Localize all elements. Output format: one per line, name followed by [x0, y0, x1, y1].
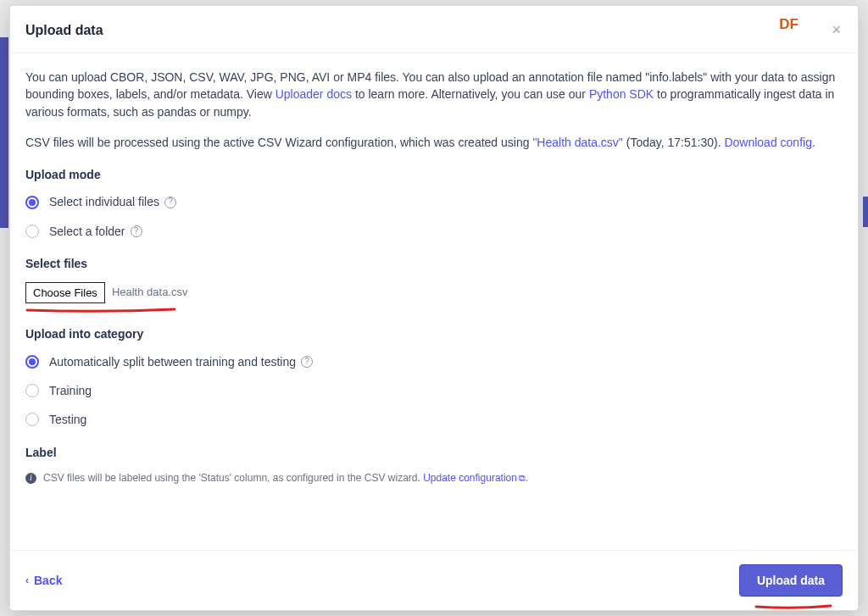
back-label: Back: [34, 574, 62, 587]
upload-data-modal: Upload data DF × You can upload CBOR, JS…: [9, 5, 859, 611]
radio-training[interactable]: Training: [25, 382, 843, 399]
radio-icon: [25, 196, 39, 209]
label-info-text: CSV files will be labeled using the 'Sta…: [43, 472, 423, 484]
external-link-icon: ⧉: [519, 472, 526, 486]
radio-auto-split[interactable]: Automatically split between training and…: [25, 353, 843, 370]
radio-icon: [25, 413, 39, 426]
close-icon: ×: [832, 21, 841, 38]
back-button[interactable]: ‹ Back: [25, 574, 62, 587]
help-icon[interactable]: ?: [301, 356, 313, 368]
upload-category-title: Upload into category: [25, 325, 843, 342]
radio-label: Testing: [49, 411, 86, 428]
close-button[interactable]: ×: [832, 21, 841, 39]
download-config-link[interactable]: Download config: [724, 136, 812, 149]
info-icon: i: [25, 473, 36, 484]
python-sdk-link[interactable]: Python SDK: [589, 87, 654, 101]
modal-body: You can upload CBOR, JSON, CSV, WAV, JPG…: [10, 53, 858, 550]
radio-label: Select a folder: [49, 223, 125, 240]
modal-footer: ‹ Back Upload data: [10, 550, 858, 610]
choose-files-button[interactable]: Choose Files: [25, 282, 105, 303]
intro-text-part: to learn more. Alternatively, you can us…: [355, 87, 589, 101]
intro-text-part: (Today, 17:51:30).: [626, 136, 725, 149]
radio-icon: [25, 225, 39, 238]
help-icon[interactable]: ?: [131, 225, 142, 237]
radio-label: Training: [49, 382, 92, 399]
radio-label: Automatically split between training and…: [49, 353, 296, 370]
select-files-title: Select files: [25, 255, 843, 272]
update-config-link[interactable]: Update configuration ⧉: [423, 472, 526, 484]
radio-icon: [25, 384, 39, 397]
radio-label: Select individual files: [49, 193, 159, 210]
chevron-left-icon: ‹: [25, 574, 29, 586]
annotation-underline: [25, 307, 176, 310]
radio-individual-files[interactable]: Select individual files ?: [25, 193, 843, 210]
help-icon[interactable]: ?: [164, 197, 176, 208]
df-badge: DF: [779, 16, 798, 33]
uploader-docs-link[interactable]: Uploader docs: [275, 87, 352, 101]
intro-text: You can upload CBOR, JSON, CSV, WAV, JPG…: [25, 69, 843, 151]
upload-mode-title: Upload mode: [25, 166, 843, 183]
modal-header: Upload data DF ×: [10, 6, 858, 53]
label-title: Label: [25, 444, 843, 461]
label-info-row: i CSV files will be labeled using the 'S…: [25, 471, 843, 486]
intro-text-part: CSV files will be processed using the ac…: [25, 136, 532, 149]
radio-select-folder[interactable]: Select a folder ?: [25, 223, 843, 240]
bg-accent: [863, 197, 868, 227]
radio-icon: [25, 355, 39, 369]
label-info-text: .: [526, 472, 528, 484]
radio-testing[interactable]: Testing: [25, 411, 843, 428]
annotation-underline: [754, 598, 832, 603]
selected-file-name: Health data.csv: [112, 285, 188, 301]
csv-file-link[interactable]: "Health data.csv": [532, 136, 622, 149]
modal-title: Upload data: [25, 23, 103, 38]
file-picker-row: Choose Files Health data.csv: [25, 282, 843, 303]
bg-accent: [0, 37, 8, 228]
upload-data-button[interactable]: Upload data: [739, 564, 843, 597]
intro-text-part: .: [812, 136, 815, 149]
